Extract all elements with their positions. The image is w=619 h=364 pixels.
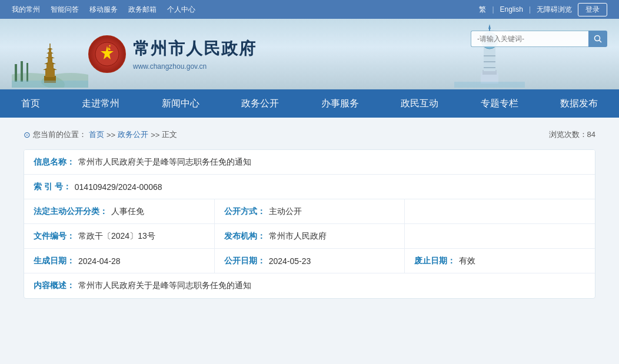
search-input[interactable] <box>471 31 588 47</box>
svg-rect-36 <box>454 82 525 88</box>
divider1: | <box>492 5 494 14</box>
nav-services[interactable]: 办事服务 <box>310 89 371 118</box>
nav-about[interactable]: 走进常州 <box>70 89 131 118</box>
nav-personal[interactable]: 个人中心 <box>167 5 195 15</box>
svg-rect-3 <box>21 61 23 82</box>
breadcrumb-prefix: 您当前的位置： <box>33 129 86 140</box>
breadcrumb-bar: ⊙ 您当前的位置： 首页 >> 政务公开 >> 正文 浏览次数：84 <box>24 129 595 140</box>
end-date-label: 废止日期： <box>414 256 455 266</box>
breadcrumb: ⊙ 您当前的位置： 首页 >> 政务公开 >> 正文 <box>24 129 177 140</box>
top-bar-right: 繁 | English | 无障碍浏览 登录 <box>479 3 607 16</box>
summary-label: 内容概述： <box>34 280 75 291</box>
svg-rect-35 <box>484 67 495 68</box>
info-cell-title: 信息名称： 常州市人民政府关于是峰等同志职务任免的通知 <box>24 150 595 174</box>
org-value: 常州市人民政府 <box>269 231 327 242</box>
info-cell-file-no: 文件编号： 常政干〔2024〕13号 <box>24 224 214 248</box>
nav-home[interactable]: 首页 <box>9 89 52 118</box>
svg-rect-33 <box>484 55 495 56</box>
site-url: www.changzhou.gov.cn <box>133 62 257 71</box>
publish-method-value: 主动公开 <box>269 206 302 217</box>
search-button[interactable] <box>588 31 607 47</box>
site-title: 常州市人民政府 <box>133 38 257 60</box>
pub-date-label: 公开日期： <box>224 256 265 266</box>
info-row-dates: 生成日期： 2024-04-28 公开日期： 2024-05-23 废止日期： … <box>24 249 595 273</box>
svg-rect-12 <box>48 54 52 59</box>
info-row-title: 信息名称： 常州市人民政府关于是峰等同志职务任免的通知 <box>24 150 595 175</box>
publish-method-label: 公开方式： <box>224 206 265 217</box>
top-bar: 我的常州 智能问答 移动服务 政务邮箱 个人中心 繁 | English | 无… <box>0 0 619 19</box>
breadcrumb-sep2: >> <box>151 131 159 139</box>
breadcrumb-section[interactable]: 政务公开 <box>118 129 148 140</box>
category-label: 法定主动公开分类： <box>34 206 108 217</box>
svg-rect-17 <box>12 81 88 88</box>
divider2: | <box>529 5 531 14</box>
header-logo: 常州市人民政府 www.changzhou.gov.cn <box>88 35 257 73</box>
info-row-category: 法定主动公开分类： 人事任免 公开方式： 主动公开 <box>24 199 595 224</box>
main-nav: 首页 走进常州 新闻中心 政务公开 办事服务 政民互动 专题专栏 数据发布 <box>0 89 619 118</box>
svg-rect-34 <box>484 61 495 62</box>
nav-news[interactable]: 新闻中心 <box>150 89 211 118</box>
breadcrumb-sep1: >> <box>107 131 115 139</box>
info-cell-summary: 内容概述： 常州市人民政府关于是峰等同志职务任免的通知 <box>24 273 595 298</box>
nav-my-changzhou[interactable]: 我的常州 <box>12 5 40 15</box>
login-button[interactable]: 登录 <box>578 3 607 16</box>
pub-date-value: 2024-05-23 <box>269 256 311 266</box>
info-cell-end-date: 废止日期： 有效 <box>404 249 595 273</box>
government-emblem <box>88 35 126 73</box>
view-count-value: 84 <box>587 130 595 139</box>
lang-traditional[interactable]: 繁 <box>479 5 486 15</box>
info-cell-empty1 <box>404 199 595 223</box>
breadcrumb-home[interactable]: 首页 <box>89 129 104 140</box>
nav-gov-open[interactable]: 政务公开 <box>229 89 291 118</box>
logo-text: 常州市人民政府 www.changzhou.gov.cn <box>133 38 257 71</box>
pagoda-image <box>12 29 88 89</box>
index-value: 014109429/2024-00068 <box>75 182 162 192</box>
location-icon: ⊙ <box>24 130 31 139</box>
info-row-summary: 内容概述： 常州市人民政府关于是峰等同志职务任免的通知 <box>24 273 595 298</box>
breadcrumb-current: 正文 <box>162 129 177 140</box>
title-value: 常州市人民政府关于是峰等同志职务任免的通知 <box>78 157 251 168</box>
info-cell-org: 发布机构： 常州市人民政府 <box>214 224 405 248</box>
accessibility[interactable]: 无障碍浏览 <box>537 5 572 15</box>
header-search <box>471 31 607 47</box>
file-no-label: 文件编号： <box>34 231 75 242</box>
file-no-value: 常政干〔2024〕13号 <box>78 231 155 242</box>
top-bar-left: 我的常州 智能问答 移动服务 政务邮箱 个人中心 <box>12 5 195 15</box>
end-date-value: 有效 <box>459 256 475 266</box>
title-label: 信息名称： <box>34 157 75 168</box>
index-label: 索 引 号： <box>34 182 71 192</box>
svg-rect-2 <box>15 64 17 82</box>
info-cell-gen-date: 生成日期： 2024-04-28 <box>24 249 214 273</box>
category-value: 人事任免 <box>111 206 144 217</box>
info-row-file: 文件编号： 常政干〔2024〕13号 发布机构： 常州市人民政府 <box>24 224 595 249</box>
view-count: 浏览次数：84 <box>549 129 595 140</box>
info-card: 信息名称： 常州市人民政府关于是峰等同志职务任免的通知 索 引 号： 01410… <box>24 149 595 299</box>
info-cell-publish-method: 公开方式： 主动公开 <box>214 199 405 223</box>
info-cell-pub-date: 公开日期： 2024-05-23 <box>214 249 405 273</box>
svg-line-38 <box>600 41 602 43</box>
svg-point-37 <box>595 36 600 41</box>
svg-rect-4 <box>26 63 28 82</box>
nav-special[interactable]: 专题专栏 <box>469 89 530 118</box>
view-count-label: 浏览次数： <box>549 130 587 139</box>
nav-interaction[interactable]: 政民互动 <box>389 89 450 118</box>
header: 常州市人民政府 www.changzhou.gov.cn <box>0 19 619 89</box>
info-cell-category: 法定主动公开分类： 人事任免 <box>24 199 214 223</box>
svg-marker-15 <box>47 48 53 49</box>
nav-mail[interactable]: 政务邮箱 <box>128 5 157 15</box>
svg-rect-14 <box>49 49 51 54</box>
summary-value: 常州市人民政府关于是峰等同志职务任免的通知 <box>78 280 251 291</box>
org-label: 发布机构： <box>224 231 265 242</box>
nav-ai-qa[interactable]: 智能问答 <box>51 5 79 15</box>
info-cell-index: 索 引 号： 014109429/2024-00068 <box>24 175 595 199</box>
lang-english[interactable]: English <box>500 5 523 14</box>
info-cell-empty2 <box>404 224 595 248</box>
nav-data[interactable]: 数据发布 <box>548 89 610 118</box>
nav-mobile[interactable]: 移动服务 <box>89 5 118 15</box>
gen-date-value: 2024-04-28 <box>78 256 121 266</box>
info-row-index: 索 引 号： 014109429/2024-00068 <box>24 175 595 199</box>
gen-date-label: 生成日期： <box>34 256 75 266</box>
content-area: ⊙ 您当前的位置： 首页 >> 政务公开 >> 正文 浏览次数：84 信息名称：… <box>0 118 619 310</box>
svg-marker-32 <box>488 24 491 29</box>
